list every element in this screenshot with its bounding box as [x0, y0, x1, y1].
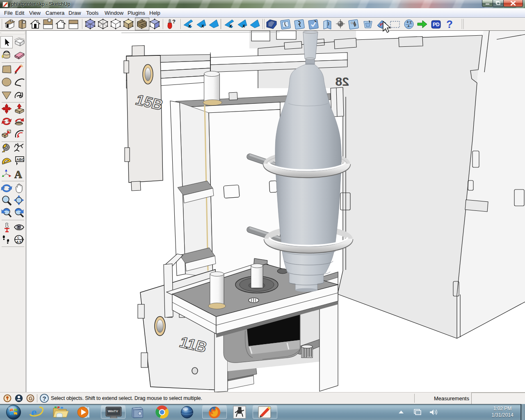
svg-text:?: ?	[172, 18, 176, 25]
svg-text:?: ?	[446, 18, 453, 30]
svg-text:D: D	[436, 22, 440, 27]
svg-text:x: x	[201, 23, 205, 29]
svg-text:A: A	[14, 169, 22, 180]
svg-text:P: P	[433, 22, 436, 27]
svg-text:ABC: ABC	[16, 158, 25, 162]
svg-text:C: C	[17, 236, 19, 239]
svg-text:x: x	[229, 23, 233, 29]
svg-text:G: G	[29, 396, 32, 402]
svg-text:2: 2	[410, 21, 411, 24]
svg-text:28: 28	[336, 75, 349, 88]
svg-text:x: x	[188, 23, 192, 29]
svg-text:1: 1	[407, 21, 409, 23]
svg-text:?: ?	[43, 395, 46, 402]
svg-text:3: 3	[408, 25, 409, 27]
svg-text:x: x	[242, 23, 246, 29]
svg-text:WinTV: WinTV	[108, 409, 118, 413]
svg-text:e: e	[31, 405, 37, 419]
svg-text:A-5: A-5	[16, 240, 21, 243]
